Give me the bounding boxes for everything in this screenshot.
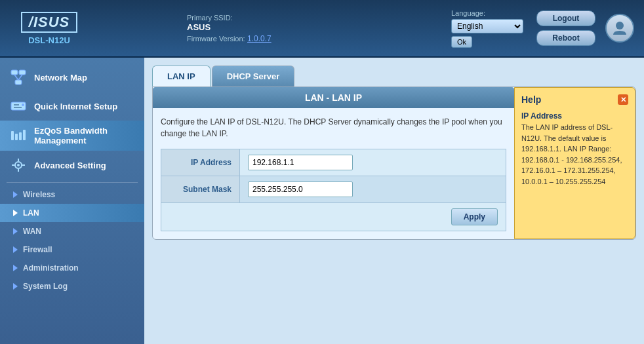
sidebar-item-network-map[interactable]: Network Map: [0, 63, 144, 92]
model-name: DSL-N12U: [28, 35, 70, 45]
administration-arrow-icon: [13, 265, 18, 271]
svg-rect-1: [11, 70, 18, 75]
apply-button[interactable]: Apply: [451, 208, 498, 225]
svg-rect-2: [19, 70, 26, 75]
subnet-mask-row: Subnet Mask: [161, 176, 506, 203]
sidebar-item-administration[interactable]: Administration: [0, 259, 144, 277]
svg-rect-12: [19, 132, 22, 140]
sidebar-item-lan[interactable]: LAN: [0, 204, 144, 222]
help-text: The LAN IP address of DSL-N12U. The defa…: [521, 123, 622, 185]
logout-button[interactable]: Logout: [536, 10, 595, 26]
svg-rect-6: [11, 102, 26, 110]
svg-line-5: [18, 75, 22, 80]
ezqos-icon: [9, 126, 28, 145]
svg-rect-13: [23, 130, 26, 140]
help-content: IP Address The LAN IP address of DSL-N12…: [521, 110, 628, 187]
ip-address-input[interactable]: [248, 155, 353, 170]
sidebar-item-ezqos[interactable]: EzQoS Bandwidth Management: [0, 121, 144, 151]
main-layout: Network Map Quick Internet Setup: [0, 58, 644, 344]
system-log-label: System Log: [23, 282, 68, 291]
firmware-label: Firmware Version:: [187, 35, 245, 43]
svg-point-0: [616, 22, 624, 29]
advanced-label: Advanced Setting: [34, 161, 106, 170]
firmware-version-link[interactable]: 1.0.0.7: [247, 34, 272, 43]
sidebar-item-wan[interactable]: WAN: [0, 222, 144, 240]
wan-arrow-icon: [13, 228, 18, 235]
logo-area: /ISUS DSL-N12U: [10, 12, 89, 45]
lan-arrow-icon: [13, 210, 18, 216]
help-close-button[interactable]: ✕: [618, 94, 628, 105]
lan-label: LAN: [23, 208, 39, 218]
quick-setup-icon: [9, 97, 28, 115]
ssid-value: ASUS: [187, 22, 451, 32]
language-row: English: [451, 19, 523, 33]
subnet-mask-cell: [240, 176, 506, 203]
administration-label: Administration: [23, 263, 79, 273]
primary-ssid-label: Primary SSID:: [187, 14, 233, 22]
help-title: Help: [521, 94, 541, 105]
help-header: Help ✕: [521, 94, 628, 105]
ip-address-label: IP Address: [161, 149, 240, 176]
form-table: IP Address Subnet Mask Apply: [161, 149, 506, 231]
header-info: Primary SSID: ASUS Firmware Version: 1.0…: [108, 13, 451, 43]
sidebar-item-advanced[interactable]: Advanced Setting: [0, 151, 144, 180]
help-heading: IP Address: [521, 111, 562, 121]
svg-rect-10: [11, 131, 14, 140]
firewall-arrow-icon: [13, 246, 18, 253]
apply-row: Apply: [161, 203, 506, 231]
firewall-label: Firewall: [23, 245, 52, 254]
subnet-mask-input[interactable]: [248, 182, 353, 197]
panel-title: LAN - LAN IP: [153, 87, 514, 108]
sidebar-item-wireless[interactable]: Wireless: [0, 185, 144, 204]
help-panel: Help ✕ IP Address The LAN IP address of …: [514, 87, 635, 239]
asus-logo: /ISUS: [21, 12, 77, 33]
ip-address-row: IP Address: [161, 149, 506, 176]
avatar: [605, 14, 634, 43]
svg-rect-11: [15, 134, 18, 140]
main-panel: LAN - LAN IP Configure the LAN IP of DSL…: [152, 86, 636, 240]
content-area: LAN IP DHCP Server LAN - LAN IP Configur…: [144, 58, 644, 344]
subnet-mask-label: Subnet Mask: [161, 176, 240, 203]
language-label: Language:: [451, 9, 485, 17]
wan-label: WAN: [23, 227, 41, 236]
sidebar-item-system-log[interactable]: System Log: [0, 277, 144, 296]
panel-left: LAN - LAN IP Configure the LAN IP of DSL…: [153, 87, 514, 239]
svg-rect-3: [15, 80, 22, 85]
sidebar-item-firewall[interactable]: Firewall: [0, 240, 144, 259]
reboot-button[interactable]: Reboot: [536, 30, 595, 46]
language-select[interactable]: English: [451, 19, 523, 33]
ezqos-label: EzQoS Bandwidth Management: [34, 126, 135, 145]
ip-address-cell: [240, 149, 506, 176]
primary-ssid-row: Primary SSID:: [187, 13, 451, 22]
wireless-arrow-icon: [13, 191, 18, 198]
sidebar-item-quick-setup[interactable]: Quick Internet Setup: [0, 92, 144, 121]
tab-dhcp-server[interactable]: DHCP Server: [212, 66, 295, 86]
network-map-icon: [9, 68, 28, 86]
firmware-row: Firmware Version: 1.0.0.7: [187, 34, 451, 43]
header-buttons: Logout Reboot: [536, 10, 595, 46]
network-map-label: Network Map: [34, 73, 87, 83]
system-log-arrow-icon: [13, 283, 18, 290]
sidebar: Network Map Quick Internet Setup: [0, 58, 144, 344]
header: /ISUS DSL-N12U Primary SSID: ASUS Firmwa…: [0, 0, 644, 58]
language-ok-button[interactable]: Ok: [451, 36, 472, 48]
svg-point-9: [22, 104, 24, 106]
svg-line-4: [14, 75, 18, 80]
tab-lan-ip[interactable]: LAN IP: [152, 66, 211, 86]
wireless-label: Wireless: [23, 190, 55, 199]
advanced-icon: [9, 156, 28, 174]
svg-point-15: [17, 164, 20, 166]
panel-description: Configure the LAN IP of DSL-N12U. The DH…: [161, 116, 506, 140]
language-area: Language: English Ok: [451, 9, 523, 48]
quick-setup-label: Quick Internet Setup: [34, 102, 117, 111]
sidebar-divider: [7, 182, 138, 183]
tabs: LAN IP DHCP Server: [152, 66, 636, 86]
